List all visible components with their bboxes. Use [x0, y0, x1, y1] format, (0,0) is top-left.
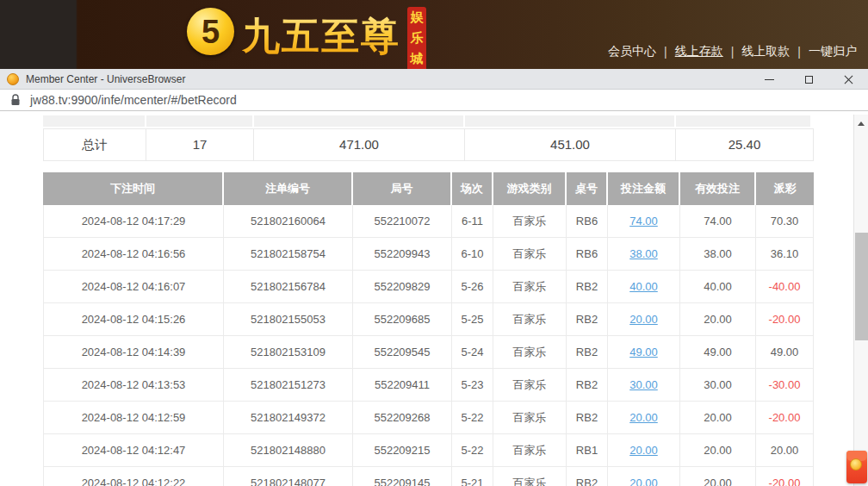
bet-no-cell: 521802160064: [224, 205, 353, 238]
session-cell: 5-25: [452, 303, 493, 336]
bet-amount-link[interactable]: 38.00: [608, 238, 680, 271]
table-no-cell: RB2: [567, 271, 608, 303]
session-cell: 5-21: [452, 467, 493, 486]
table-no-cell: RB2: [567, 303, 608, 336]
column-header-2: 注单编号: [224, 172, 353, 205]
table-row: 2024-08-12 04:12:22521802148077552209145…: [43, 467, 814, 486]
valid-bet-cell: 38.00: [680, 238, 756, 271]
minimize-icon: [765, 79, 774, 80]
nav-member-center[interactable]: 会员中心: [608, 44, 656, 59]
bet-time-cell: 2024-08-12 04:16:56: [43, 238, 224, 271]
game-type-cell: 百家乐: [493, 336, 567, 369]
column-header-1: 下注时间: [43, 172, 224, 205]
payout-cell: 20.00: [756, 434, 814, 467]
payout-cell: -40.00: [756, 271, 814, 303]
session-cell: 5-24: [452, 336, 493, 369]
table-row: 2024-08-12 04:14:39521802153109552209545…: [43, 336, 814, 369]
ribbon-char: 娱: [411, 7, 424, 28]
bet-amount-link[interactable]: 49.00: [608, 336, 680, 369]
round-no-cell: 552209268: [353, 402, 452, 434]
scrollbar-up-icon[interactable]: [854, 117, 868, 129]
payout-cell: -30.00: [756, 369, 814, 402]
valid-bet-cell: 30.00: [680, 369, 756, 402]
bet-time-cell: 2024-08-12 04:16:07: [43, 271, 224, 303]
payout-cell: -20.00: [756, 303, 814, 336]
table-no-cell: RB2: [567, 336, 608, 369]
maximize-icon: [805, 76, 813, 84]
vertical-scrollbar[interactable]: [853, 115, 868, 486]
titlebar: Member Center - UniverseBrowser: [0, 69, 868, 90]
round-no-cell: 552210072: [353, 205, 452, 238]
valid-bet-cell: 40.00: [680, 271, 756, 303]
bet-amount-link[interactable]: 40.00: [608, 271, 680, 303]
game-type-cell: 百家乐: [493, 434, 567, 467]
clipped-summary-header-row: [43, 115, 812, 127]
minimize-button[interactable]: [749, 69, 789, 90]
nav-one-key-transfer[interactable]: 一键归户: [809, 44, 857, 59]
valid-bet-cell: 20.00: [680, 303, 756, 336]
browser-window: 5 九五至尊 娱 乐 城 会员中心 | 线上存款 | 线上取款 | 一键归户 M…: [0, 0, 868, 486]
site-banner: 5 九五至尊 娱 乐 城 会员中心 | 线上存款 | 线上取款 | 一键归户: [0, 0, 868, 69]
table-row: 2024-08-12 04:16:07521802156784552209829…: [43, 271, 814, 303]
bet-no-cell: 521802153109: [224, 336, 353, 369]
bet-amount-link[interactable]: 74.00: [608, 205, 680, 238]
bet-time-cell: 2024-08-12 04:17:29: [43, 205, 224, 238]
summary-total-row: 总计 17 471.00 451.00 25.40: [43, 128, 814, 161]
nav-online-deposit[interactable]: 线上存款: [675, 44, 723, 59]
column-header-8: 有效投注: [680, 172, 756, 205]
bet-amount-link[interactable]: 30.00: [608, 369, 680, 402]
url-bar[interactable]: jw88.tv:9900/infe/mcenter/#/betRecord: [0, 90, 868, 111]
nav-separator: |: [731, 45, 735, 59]
ribbon-char: 城: [411, 48, 424, 69]
bet-no-cell: 521802148077: [224, 467, 353, 486]
bet-no-cell: 521802156784: [224, 271, 353, 303]
table-row: 2024-08-12 04:12:47521802148880552209215…: [43, 434, 814, 467]
bet-amount-link[interactable]: 20.00: [608, 434, 680, 467]
table-row: 2024-08-12 04:17:29521802160064552210072…: [43, 205, 814, 238]
bet-time-cell: 2024-08-12 04:12:47: [43, 434, 224, 467]
game-type-cell: 百家乐: [493, 238, 567, 271]
maximize-button[interactable]: [789, 69, 828, 90]
round-no-cell: 552209145: [353, 467, 452, 486]
close-button[interactable]: [828, 69, 868, 90]
nav-online-withdraw[interactable]: 线上取款: [741, 44, 790, 59]
bet-time-cell: 2024-08-12 04:12:22: [43, 467, 224, 486]
table-no-cell: RB1: [567, 434, 608, 467]
bet-time-cell: 2024-08-12 04:12:59: [43, 402, 224, 434]
clipped-cell: [43, 115, 145, 127]
bet-time-cell: 2024-08-12 04:14:39: [43, 336, 224, 369]
table-no-cell: RB2: [567, 467, 608, 486]
payout-cell: 36.10: [756, 238, 814, 271]
round-no-cell: 552209215: [353, 434, 452, 467]
payout-cell: 70.30: [756, 205, 814, 238]
payout-cell: -20.00: [756, 402, 814, 434]
game-type-cell: 百家乐: [493, 369, 567, 402]
bet-amount-link[interactable]: 20.00: [608, 303, 680, 336]
session-cell: 5-22: [452, 402, 493, 434]
bet-amount-link[interactable]: 20.00: [608, 467, 680, 486]
valid-bet-cell: 74.00: [680, 205, 756, 238]
clipped-cell: [146, 115, 252, 127]
site-logo-title: 九五至尊: [242, 11, 400, 62]
session-cell: 5-23: [452, 369, 493, 402]
table-row: 2024-08-12 04:16:56521802158754552209943…: [43, 238, 814, 271]
bet-no-cell: 521802149372: [224, 402, 353, 434]
bet-amount-link[interactable]: 20.00: [608, 402, 680, 434]
ribbon-char: 乐: [411, 28, 424, 48]
table-no-cell: RB2: [567, 369, 608, 402]
game-type-cell: 百家乐: [493, 402, 567, 434]
session-cell: 5-22: [452, 434, 493, 467]
round-no-cell: 552209829: [353, 271, 452, 303]
bet-no-cell: 521802151273: [224, 369, 353, 402]
lock-icon: [10, 94, 21, 106]
column-header-5: 游戏类别: [493, 172, 567, 205]
payout-cell: -20.00: [756, 467, 814, 486]
table-row: 2024-08-12 04:13:53521802151273552209411…: [43, 369, 814, 402]
clipped-cell: [676, 115, 810, 127]
clipped-cell: [254, 115, 463, 127]
scrollbar-thumb[interactable]: [855, 233, 868, 340]
red-envelope-button[interactable]: [846, 451, 867, 483]
bet-no-cell: 521802155053: [224, 303, 353, 336]
gold-coin-icon: [850, 458, 862, 470]
table-no-cell: RB6: [567, 205, 608, 238]
